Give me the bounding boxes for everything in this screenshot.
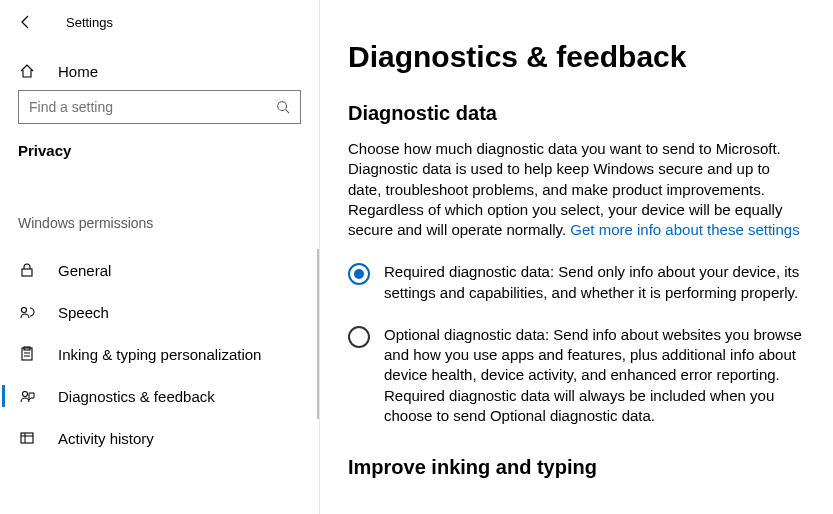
sidebar-item-inking[interactable]: Inking & typing personalization <box>0 333 319 375</box>
page-title: Diagnostics & feedback <box>348 40 805 74</box>
main-content: Diagnostics & feedback Diagnostic data C… <box>320 0 833 514</box>
svg-rect-9 <box>21 433 33 443</box>
svg-line-1 <box>286 110 290 114</box>
clipboard-icon <box>18 345 36 363</box>
feedback-icon <box>18 387 36 405</box>
radio-required[interactable]: Required diagnostic data: Send only info… <box>348 262 805 303</box>
radio-optional-text: Optional diagnostic data: Send info abou… <box>384 325 805 426</box>
radio-required-text: Required diagnostic data: Send only info… <box>384 262 805 303</box>
sidebar-subgroup-label: Windows permissions <box>0 215 319 249</box>
sidebar-item-general[interactable]: General <box>0 249 319 291</box>
section-description: Choose how much diagnostic data you want… <box>348 139 805 240</box>
svg-point-8 <box>23 392 28 397</box>
radio-required-title: Required diagnostic data: <box>384 263 554 280</box>
radio-button-required[interactable] <box>348 263 370 285</box>
sidebar-item-activity[interactable]: Activity history <box>0 417 319 459</box>
svg-rect-2 <box>22 269 32 276</box>
sidebar-section-label: Privacy <box>0 142 319 177</box>
home-icon <box>18 62 36 80</box>
search-input[interactable] <box>29 99 276 115</box>
activity-icon <box>18 429 36 447</box>
lock-icon <box>18 261 36 279</box>
search-wrap <box>0 90 319 142</box>
radio-optional[interactable]: Optional diagnostic data: Send info abou… <box>348 325 805 426</box>
sidebar-item-label: Activity history <box>58 430 154 447</box>
sidebar-item-label: Speech <box>58 304 109 321</box>
sidebar-item-diagnostics[interactable]: Diagnostics & feedback <box>0 375 319 417</box>
more-info-link[interactable]: Get more info about these settings <box>570 221 799 238</box>
search-box[interactable] <box>18 90 301 124</box>
radio-optional-title: Optional diagnostic data: <box>384 326 549 343</box>
svg-point-3 <box>22 308 27 313</box>
nav-home[interactable]: Home <box>0 52 319 90</box>
back-button[interactable] <box>18 14 34 30</box>
radio-button-optional[interactable] <box>348 326 370 348</box>
sidebar-item-label: Diagnostics & feedback <box>58 388 215 405</box>
window-title: Settings <box>66 15 113 30</box>
permissions-list: General Speech Inking & typing personali… <box>0 249 319 459</box>
sidebar-item-label: General <box>58 262 111 279</box>
search-icon <box>276 100 290 114</box>
arrow-left-icon <box>18 14 34 30</box>
section-title-diagnostic-data: Diagnostic data <box>348 102 805 125</box>
nav-home-label: Home <box>58 63 98 80</box>
header-row: Settings <box>0 0 319 52</box>
section-title-improve-inking: Improve inking and typing <box>348 456 805 479</box>
sidebar-item-speech[interactable]: Speech <box>0 291 319 333</box>
speech-icon <box>18 303 36 321</box>
sidebar-item-label: Inking & typing personalization <box>58 346 261 363</box>
sidebar: Settings Home Privacy Windows permission… <box>0 0 320 514</box>
svg-point-0 <box>278 102 287 111</box>
radio-dot-icon <box>354 269 364 279</box>
